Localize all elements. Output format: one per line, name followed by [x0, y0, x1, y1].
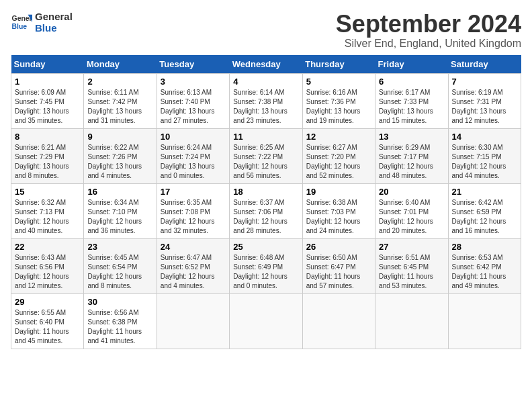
day-info: Sunrise: 6:37 AMSunset: 7:06 PMDaylight:… [233, 198, 298, 236]
day-info: Sunrise: 6:43 AMSunset: 6:56 PMDaylight:… [15, 253, 80, 291]
col-friday: Friday [375, 55, 448, 74]
calendar-title: September 2024 [336, 11, 521, 38]
logo: General Blue General Blue [11, 11, 73, 34]
week-row-1: 1Sunrise: 6:09 AMSunset: 7:45 PMDaylight… [11, 73, 521, 128]
day-info: Sunrise: 6:47 AMSunset: 6:52 PMDaylight:… [161, 253, 226, 291]
day-number: 13 [379, 132, 444, 142]
day-cell: 23Sunrise: 6:45 AMSunset: 6:54 PMDayligh… [84, 238, 157, 293]
day-number: 26 [306, 242, 371, 252]
day-info: Sunrise: 6:32 AMSunset: 7:13 PMDaylight:… [15, 198, 80, 236]
page-header: General Blue General Blue September 2024… [11, 11, 521, 50]
day-number: 14 [452, 132, 517, 142]
day-number: 16 [87, 187, 152, 197]
day-cell [302, 293, 375, 349]
day-info: Sunrise: 6:25 AMSunset: 7:22 PMDaylight:… [233, 143, 298, 181]
day-number: 21 [452, 187, 517, 197]
day-number: 12 [306, 132, 371, 142]
day-cell: 29Sunrise: 6:55 AMSunset: 6:40 PMDayligh… [11, 293, 84, 349]
day-number: 1 [15, 77, 80, 87]
day-number: 18 [233, 187, 298, 197]
col-wednesday: Wednesday [230, 55, 302, 74]
day-info: Sunrise: 6:40 AMSunset: 7:01 PMDaylight:… [379, 198, 444, 236]
week-row-5: 29Sunrise: 6:55 AMSunset: 6:40 PMDayligh… [11, 293, 521, 349]
logo-icon: General Blue [11, 11, 32, 33]
day-cell: 13Sunrise: 6:29 AMSunset: 7:17 PMDayligh… [375, 128, 448, 183]
day-cell: 10Sunrise: 6:24 AMSunset: 7:24 PMDayligh… [157, 128, 229, 183]
day-cell: 11Sunrise: 6:25 AMSunset: 7:22 PMDayligh… [230, 128, 302, 183]
logo-line1: General [35, 11, 73, 22]
day-number: 20 [379, 187, 444, 197]
day-info: Sunrise: 6:22 AMSunset: 7:26 PMDaylight:… [87, 143, 152, 181]
day-number: 2 [87, 77, 152, 87]
day-number: 19 [306, 187, 371, 197]
day-cell: 6Sunrise: 6:17 AMSunset: 7:33 PMDaylight… [375, 73, 448, 128]
day-info: Sunrise: 6:51 AMSunset: 6:45 PMDaylight:… [379, 253, 444, 291]
day-info: Sunrise: 6:17 AMSunset: 7:33 PMDaylight:… [379, 88, 444, 126]
day-info: Sunrise: 6:16 AMSunset: 7:36 PMDaylight:… [306, 88, 371, 126]
day-cell: 16Sunrise: 6:34 AMSunset: 7:10 PMDayligh… [84, 183, 157, 238]
day-cell [375, 293, 448, 349]
day-number: 9 [87, 132, 152, 142]
col-tuesday: Tuesday [157, 55, 229, 74]
day-number: 4 [233, 77, 298, 87]
day-info: Sunrise: 6:09 AMSunset: 7:45 PMDaylight:… [15, 88, 80, 126]
day-number: 15 [15, 187, 80, 197]
day-cell: 4Sunrise: 6:14 AMSunset: 7:38 PMDaylight… [230, 73, 302, 128]
day-cell [448, 293, 521, 349]
day-cell: 27Sunrise: 6:51 AMSunset: 6:45 PMDayligh… [375, 238, 448, 293]
day-info: Sunrise: 6:34 AMSunset: 7:10 PMDaylight:… [87, 198, 152, 236]
day-cell: 21Sunrise: 6:42 AMSunset: 6:59 PMDayligh… [448, 183, 521, 238]
week-row-3: 15Sunrise: 6:32 AMSunset: 7:13 PMDayligh… [11, 183, 521, 238]
day-info: Sunrise: 6:13 AMSunset: 7:40 PMDaylight:… [161, 88, 226, 126]
day-cell: 12Sunrise: 6:27 AMSunset: 7:20 PMDayligh… [302, 128, 375, 183]
day-number: 24 [161, 242, 226, 252]
week-row-4: 22Sunrise: 6:43 AMSunset: 6:56 PMDayligh… [11, 238, 521, 293]
day-info: Sunrise: 6:45 AMSunset: 6:54 PMDaylight:… [87, 253, 152, 291]
day-cell: 9Sunrise: 6:22 AMSunset: 7:26 PMDaylight… [84, 128, 157, 183]
day-info: Sunrise: 6:24 AMSunset: 7:24 PMDaylight:… [161, 143, 226, 181]
day-number: 30 [87, 297, 152, 307]
logo-line2: Blue [35, 22, 73, 34]
day-number: 7 [452, 77, 517, 87]
day-number: 8 [15, 132, 80, 142]
day-number: 17 [161, 187, 226, 197]
day-number: 28 [452, 242, 517, 252]
col-saturday: Saturday [448, 55, 521, 74]
day-cell: 2Sunrise: 6:11 AMSunset: 7:42 PMDaylight… [84, 73, 157, 128]
day-info: Sunrise: 6:48 AMSunset: 6:49 PMDaylight:… [233, 253, 298, 291]
day-info: Sunrise: 6:55 AMSunset: 6:40 PMDaylight:… [15, 308, 80, 346]
col-thursday: Thursday [302, 55, 375, 74]
svg-text:Blue: Blue [12, 23, 28, 30]
day-number: 3 [161, 77, 226, 87]
day-number: 5 [306, 77, 371, 87]
day-number: 23 [87, 242, 152, 252]
day-cell: 28Sunrise: 6:53 AMSunset: 6:42 PMDayligh… [448, 238, 521, 293]
col-monday: Monday [84, 55, 157, 74]
day-cell: 14Sunrise: 6:30 AMSunset: 7:15 PMDayligh… [448, 128, 521, 183]
day-cell: 20Sunrise: 6:40 AMSunset: 7:01 PMDayligh… [375, 183, 448, 238]
day-cell: 24Sunrise: 6:47 AMSunset: 6:52 PMDayligh… [157, 238, 229, 293]
day-cell [157, 293, 229, 349]
header-row: Sunday Monday Tuesday Wednesday Thursday… [11, 55, 521, 74]
day-info: Sunrise: 6:38 AMSunset: 7:03 PMDaylight:… [306, 198, 371, 236]
day-info: Sunrise: 6:50 AMSunset: 6:47 PMDaylight:… [306, 253, 371, 291]
day-info: Sunrise: 6:19 AMSunset: 7:31 PMDaylight:… [452, 88, 517, 126]
day-number: 29 [15, 297, 80, 307]
title-block: September 2024 Silver End, England, Unit… [336, 11, 521, 50]
day-cell: 3Sunrise: 6:13 AMSunset: 7:40 PMDaylight… [157, 73, 229, 128]
day-info: Sunrise: 6:42 AMSunset: 6:59 PMDaylight:… [452, 198, 517, 236]
day-cell: 17Sunrise: 6:35 AMSunset: 7:08 PMDayligh… [157, 183, 229, 238]
day-info: Sunrise: 6:27 AMSunset: 7:20 PMDaylight:… [306, 143, 371, 181]
day-info: Sunrise: 6:56 AMSunset: 6:38 PMDaylight:… [87, 308, 152, 346]
day-number: 6 [379, 77, 444, 87]
day-cell: 18Sunrise: 6:37 AMSunset: 7:06 PMDayligh… [230, 183, 302, 238]
day-info: Sunrise: 6:11 AMSunset: 7:42 PMDaylight:… [87, 88, 152, 126]
day-info: Sunrise: 6:30 AMSunset: 7:15 PMDaylight:… [452, 143, 517, 181]
day-cell: 5Sunrise: 6:16 AMSunset: 7:36 PMDaylight… [302, 73, 375, 128]
day-info: Sunrise: 6:35 AMSunset: 7:08 PMDaylight:… [161, 198, 226, 236]
day-cell: 19Sunrise: 6:38 AMSunset: 7:03 PMDayligh… [302, 183, 375, 238]
day-info: Sunrise: 6:53 AMSunset: 6:42 PMDaylight:… [452, 253, 517, 291]
day-cell [230, 293, 302, 349]
day-cell: 15Sunrise: 6:32 AMSunset: 7:13 PMDayligh… [11, 183, 84, 238]
day-cell: 30Sunrise: 6:56 AMSunset: 6:38 PMDayligh… [84, 293, 157, 349]
